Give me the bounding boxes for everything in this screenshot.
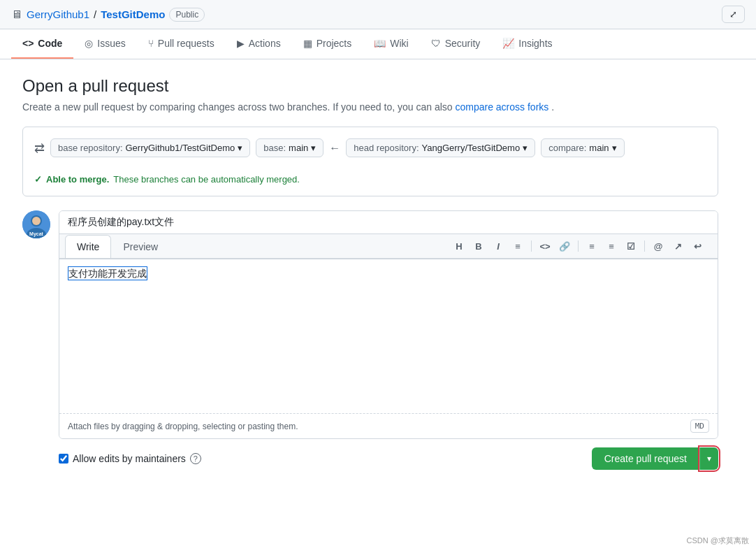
tab-pull-requests[interactable]: ⑂ Pull requests [137, 29, 226, 59]
check-icon: ✓ [34, 174, 42, 185]
tab-actions[interactable]: ▶ Actions [226, 29, 292, 59]
pr-form-area: Mycat Write Preview H B I ≡ [22, 210, 718, 439]
tab-projects[interactable]: ▦ Projects [292, 29, 363, 59]
cross-ref-icon[interactable]: ↗ [669, 237, 687, 255]
base-repo-value: GerryGithub1/TestGitDemo [126, 143, 235, 153]
main-content: Open a pull request Create a new pull re… [0, 59, 741, 487]
head-repo-chevron: ▾ [523, 143, 528, 153]
top-bar-right: ⤢ [722, 6, 745, 23]
tab-preview[interactable]: Preview [111, 235, 170, 258]
tab-actions-label: Actions [249, 38, 281, 49]
base-branch-value: main [289, 143, 308, 153]
editor-toolbar-area: Write Preview H B I ≡ <> 🔗 ≡ ≡ [59, 234, 718, 259]
compare-forks-link[interactable]: compare across forks [455, 101, 548, 113]
insights-icon: 📈 [502, 38, 514, 49]
pull-requests-icon: ⑂ [148, 38, 154, 49]
tab-issues-label: Issues [97, 38, 125, 49]
tab-code-label: Code [38, 38, 62, 49]
svg-text:Mycat: Mycat [29, 231, 44, 237]
base-repo-chevron: ▾ [238, 143, 242, 153]
page-subtitle: Create a new pull request by comparing c… [22, 101, 718, 113]
repo-owner-link[interactable]: GerryGithub1 [27, 8, 89, 20]
base-repo-label: base repository: [58, 143, 123, 153]
toolbar-divider-3 [644, 240, 645, 252]
page-title: Open a pull request [22, 76, 718, 96]
link-icon[interactable]: 🔗 [555, 237, 574, 255]
tab-projects-label: Projects [317, 38, 352, 49]
create-pr-btn-group: Create pull request ▾ [592, 447, 718, 470]
italic-icon[interactable]: I [489, 237, 507, 255]
allow-edits-group: Allow edits by maintainers ? [59, 453, 201, 464]
repo-title: 🖥 GerryGithub1 / TestGitDemo Public [11, 8, 205, 22]
issues-icon: ◎ [85, 38, 93, 49]
compare-branch-chevron: ▾ [612, 143, 617, 153]
help-icon[interactable]: ? [190, 453, 201, 464]
tab-code[interactable]: <> Code [11, 29, 73, 59]
direction-arrow-icon: ← [329, 142, 340, 155]
compare-branch-select[interactable]: compare: main ▾ [541, 138, 624, 157]
base-repo-select[interactable]: base repository: GerryGithub1/TestGitDem… [50, 138, 250, 157]
merge-bold: Able to merge. [46, 174, 109, 185]
create-pr-button[interactable]: Create pull request [592, 447, 700, 470]
repo-name-link[interactable]: TestGitDemo [101, 8, 165, 20]
projects-icon: ▦ [303, 38, 312, 49]
compare-row: ⇄ base repository: GerryGithub1/TestGitD… [34, 138, 706, 157]
code-icon: <> [22, 38, 34, 49]
editor-content-box: 支付功能开发完成 Attach files by dragging & drop… [59, 259, 718, 438]
allow-edits-label: Allow edits by maintainers [73, 453, 186, 464]
base-branch-chevron: ▾ [311, 143, 316, 153]
visibility-badge: Public [169, 8, 205, 22]
numbered-icon[interactable]: ≡ [602, 237, 620, 255]
merge-status: ✓ Able to merge. These branches can be a… [34, 174, 706, 185]
head-repo-label: head repository: [354, 143, 419, 153]
editor-toolbar-icons: H B I ≡ <> 🔗 ≡ ≡ ☑ @ ↗ ↩ [444, 234, 712, 258]
base-branch-select[interactable]: base: main ▾ [256, 138, 324, 157]
tab-security[interactable]: 🛡 Security [420, 29, 492, 59]
allow-edits-checkbox[interactable] [59, 454, 68, 464]
avatar: Mycat [22, 210, 50, 238]
tab-insights-label: Insights [518, 38, 552, 49]
tab-wiki-label: Wiki [390, 38, 408, 49]
tab-wiki[interactable]: 📖 Wiki [363, 29, 419, 59]
tab-write[interactable]: Write [65, 235, 111, 258]
tab-pull-requests-label: Pull requests [158, 38, 215, 49]
undo-icon[interactable]: ↩ [688, 237, 706, 255]
repo-separator: / [94, 8, 96, 20]
tab-insights[interactable]: 📈 Insights [491, 29, 563, 59]
svg-point-3 [32, 217, 41, 225]
toolbar-divider-1 [531, 240, 532, 252]
editor-tabs: Write Preview H B I ≡ <> 🔗 ≡ ≡ [59, 234, 718, 259]
create-pr-dropdown-button[interactable]: ▾ [700, 447, 718, 470]
wiki-icon: 📖 [374, 38, 386, 49]
repo-icon: 🖥 [11, 8, 22, 21]
head-repo-value: YangGerry/TestGitDemo [422, 143, 521, 153]
editor-content: 支付功能开发完成 [68, 266, 147, 280]
mention-icon[interactable]: @ [649, 237, 667, 255]
merge-text: These branches can be automatically merg… [113, 174, 300, 185]
pr-editor: Write Preview H B I ≡ <> 🔗 ≡ ≡ [59, 210, 718, 439]
actions-icon: ▶ [237, 38, 245, 49]
quote-icon[interactable]: ≡ [509, 237, 527, 255]
expand-button[interactable]: ⤢ [722, 6, 745, 23]
compare-branch-value: main [589, 143, 609, 153]
nav-tabs: <> Code ◎ Issues ⑂ Pull requests ▶ Actio… [0, 29, 756, 59]
code-icon[interactable]: <> [536, 237, 554, 255]
merge-status-row: ✓ Able to merge. These branches can be a… [34, 168, 706, 185]
editor-tab-group: Write Preview [65, 235, 170, 257]
pr-title-input[interactable] [59, 211, 718, 234]
compare-branch-label: compare: [548, 143, 586, 153]
bold-icon[interactable]: B [470, 237, 488, 255]
bottom-actions: Allow edits by maintainers ? Create pull… [22, 447, 718, 470]
task-icon[interactable]: ☑ [622, 237, 640, 255]
bullets-icon[interactable]: ≡ [583, 237, 601, 255]
head-repo-select[interactable]: head repository: YangGerry/TestGitDemo ▾ [346, 138, 535, 157]
tab-security-label: Security [445, 38, 481, 49]
heading-icon[interactable]: H [450, 237, 468, 255]
base-branch-label: base: [263, 143, 286, 153]
compare-box: ⇄ base repository: GerryGithub1/TestGitD… [22, 127, 718, 196]
security-icon: 🛡 [431, 38, 441, 49]
editor-text-area[interactable]: 支付功能开发完成 [59, 259, 718, 413]
top-bar: 🖥 GerryGithub1 / TestGitDemo Public ⤢ [0, 0, 756, 29]
tab-issues[interactable]: ◎ Issues [73, 29, 136, 59]
toolbar-divider-2 [578, 240, 579, 252]
